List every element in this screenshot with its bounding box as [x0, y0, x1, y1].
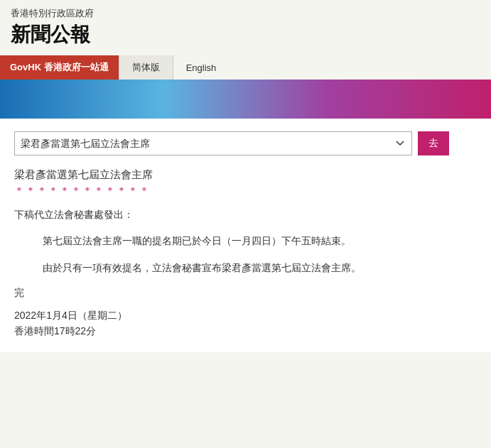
nav-simplified-link[interactable]: 简体版 — [119, 55, 173, 80]
dropdown-row: 梁君彥當選第七屆立法會主席 去 — [14, 131, 477, 155]
press-release-title: 梁君彥當選第七屆立法會主席 — [14, 168, 477, 182]
end-mark: 完 — [14, 287, 477, 300]
press-release-time: 香港時間17時22分 — [14, 325, 477, 338]
go-button[interactable]: 去 — [418, 131, 449, 155]
paragraph-1: 第七屆立法會主席一職的提名期已於今日（一月四日）下午五時結束。 — [43, 233, 477, 250]
nav-english-link[interactable]: English — [173, 55, 230, 80]
nav-govhk-link[interactable]: GovHK 香港政府一站通 — [0, 55, 119, 80]
header-title: 新聞公報 — [11, 21, 480, 48]
content-area: 梁君彥當選第七屆立法會主席 去 梁君彥當選第七屆立法會主席 ＊＊＊＊＊＊＊＊＊＊… — [0, 119, 491, 352]
header-subtitle: 香港特別行政區政府 — [11, 7, 480, 20]
issued-by-text: 下稿代立法會秘書處發出： — [14, 209, 477, 222]
press-release-dropdown[interactable]: 梁君彥當選第七屆立法會主席 — [14, 131, 412, 155]
press-release-date: 2022年1月4日（星期二） — [14, 310, 477, 322]
banner-image — [0, 80, 491, 119]
nav-bar: GovHK 香港政府一站通 简体版 English — [0, 55, 491, 80]
stars-divider: ＊＊＊＊＊＊＊＊＊＊＊＊ — [14, 185, 477, 197]
paragraph-2: 由於只有一項有效提名，立法會秘書宣布梁君彥當選第七屆立法會主席。 — [43, 260, 477, 277]
